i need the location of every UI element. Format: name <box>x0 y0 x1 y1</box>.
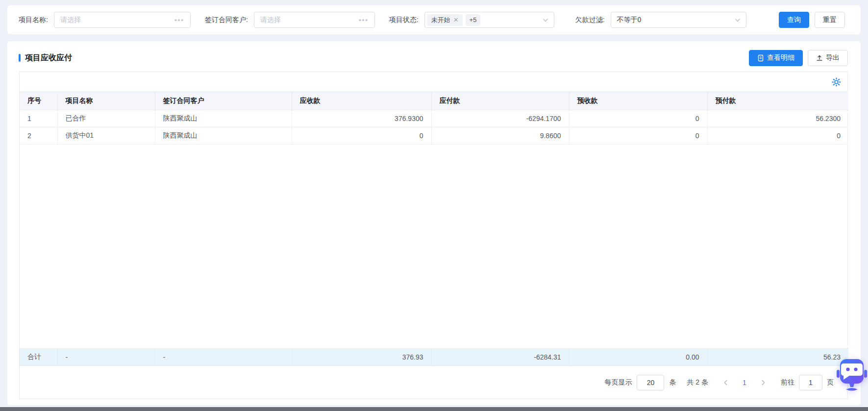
upload-icon <box>816 54 823 61</box>
col-header-customer: 签订合同客户 <box>155 92 292 110</box>
page-size-label: 每页显示 <box>604 378 632 387</box>
table-row[interactable]: 1 已合作 陕西聚成山 376.9300 -6294.1700 0 56.230… <box>20 110 848 127</box>
summary-row: 合计 - - 376.93 -6284.31 0.00 56.23 <box>20 348 848 365</box>
cell-payable: 9.8600 <box>431 127 569 144</box>
view-detail-button[interactable]: 查看明细 <box>749 50 803 66</box>
goto-unit-label: 页 <box>827 378 834 387</box>
page-size-unit-label: 条 <box>669 378 676 387</box>
cell-receivable: 0 <box>292 127 431 144</box>
status-tag: 未开始 ✕ <box>427 14 463 26</box>
col-header-project-name: 项目名称 <box>57 92 155 110</box>
contract-customer-placeholder: 请选择 <box>254 16 359 24</box>
table-header-row: 序号 项目名称 签订合同客户 应收款 应付款 预收款 预付款 <box>20 92 848 110</box>
cell-receivable: 376.9300 <box>292 110 431 127</box>
project-name-placeholder: 请选择 <box>54 16 174 24</box>
window-bottom-edge <box>0 407 868 411</box>
debt-filter-select[interactable]: 不等于0 <box>611 12 746 28</box>
gear-icon[interactable] <box>832 77 841 87</box>
summary-label: 合计 <box>20 348 57 365</box>
reset-button[interactable]: 重置 <box>815 12 845 28</box>
summary-receivable: 376.93 <box>292 348 431 365</box>
col-header-prepayment: 预付款 <box>707 92 848 110</box>
total-count-label: 共 2 条 <box>687 378 708 387</box>
col-header-payable: 应付款 <box>431 92 569 110</box>
document-icon <box>757 54 764 62</box>
robot-assistant-icon[interactable] <box>836 358 868 394</box>
project-status-label: 项目状态: <box>389 16 419 24</box>
debt-filter-value: 不等于0 <box>611 16 734 24</box>
cell-payable: -6294.1700 <box>431 110 569 127</box>
cell-index: 2 <box>20 127 57 144</box>
col-header-index: 序号 <box>20 92 57 110</box>
contract-customer-label: 签订合同客户: <box>205 16 248 24</box>
cell-index: 1 <box>20 110 57 127</box>
debt-filter-label: 欠款过滤: <box>575 16 605 24</box>
ellipsis-icon[interactable]: ••• <box>359 16 374 24</box>
chevron-down-icon <box>734 17 746 24</box>
col-header-receivable: 应收款 <box>292 92 431 110</box>
table-empty-area <box>20 145 847 348</box>
goto-page-input[interactable] <box>799 375 822 390</box>
status-more-tag: +5 <box>466 14 481 26</box>
summary-prepayment: 56.23 <box>707 348 848 365</box>
cell-prepayment: 0 <box>707 127 848 144</box>
contract-customer-select[interactable]: 请选择 ••• <box>254 12 375 28</box>
status-tag-label: 未开始 <box>431 16 450 24</box>
summary-advance-receipt: 0.00 <box>569 348 707 365</box>
goto-label: 前往 <box>781 378 794 387</box>
cell-project-name: 已合作 <box>57 110 155 127</box>
cell-project-name: 供货中01 <box>57 127 155 144</box>
chevron-down-icon <box>542 17 554 24</box>
cell-advance-receipt: 0 <box>569 127 707 144</box>
view-detail-label: 查看明细 <box>767 53 794 62</box>
export-label: 导出 <box>826 53 840 62</box>
ellipsis-icon[interactable]: ••• <box>174 16 190 24</box>
page-title: 项目应收应付 <box>25 53 72 63</box>
table-toolbar <box>20 72 847 92</box>
summary-payable: -6284.31 <box>431 348 569 365</box>
data-table: 序号 项目名称 签订合同客户 应收款 应付款 预收款 预付款 1 已合作 陕西聚… <box>20 92 848 145</box>
project-name-label: 项目名称: <box>19 16 48 24</box>
title-accent-bar <box>19 54 21 62</box>
tag-close-icon[interactable]: ✕ <box>453 16 459 24</box>
page-size-input[interactable] <box>637 375 664 390</box>
col-header-advance-receipt: 预收款 <box>569 92 707 110</box>
summary-table: 合计 - - 376.93 -6284.31 0.00 56.23 <box>20 348 848 366</box>
prev-page-icon[interactable] <box>719 376 733 389</box>
page-number-current[interactable]: 1 <box>740 379 749 387</box>
cell-customer: 陕西聚成山 <box>155 110 292 127</box>
main-panel: 项目应收应付 查看明细 导出 <box>7 41 861 405</box>
summary-project-name: - <box>57 348 155 365</box>
cell-prepayment: 56.2300 <box>707 110 848 127</box>
export-button[interactable]: 导出 <box>808 50 848 66</box>
panel-header: 项目应收应付 查看明细 导出 <box>7 41 861 67</box>
pagination-bar: 每页显示 条 共 2 条 1 前往 页 <box>20 365 847 399</box>
cell-advance-receipt: 0 <box>569 110 707 127</box>
next-page-icon[interactable] <box>756 376 770 389</box>
project-status-select[interactable]: 未开始 ✕ +5 <box>424 12 554 28</box>
filter-bar: 项目名称: 请选择 ••• 签订合同客户: 请选择 ••• 项目状态: 未开始 … <box>7 5 861 34</box>
cell-customer: 陕西聚成山 <box>155 127 292 144</box>
project-name-select[interactable]: 请选择 ••• <box>54 12 191 28</box>
query-button[interactable]: 查询 <box>779 12 809 28</box>
table-row[interactable]: 2 供货中01 陕西聚成山 0 9.8600 0 0 <box>20 127 848 144</box>
summary-customer: - <box>155 348 292 365</box>
table-container: 序号 项目名称 签订合同客户 应收款 应付款 预收款 预付款 1 已合作 陕西聚… <box>19 72 848 399</box>
